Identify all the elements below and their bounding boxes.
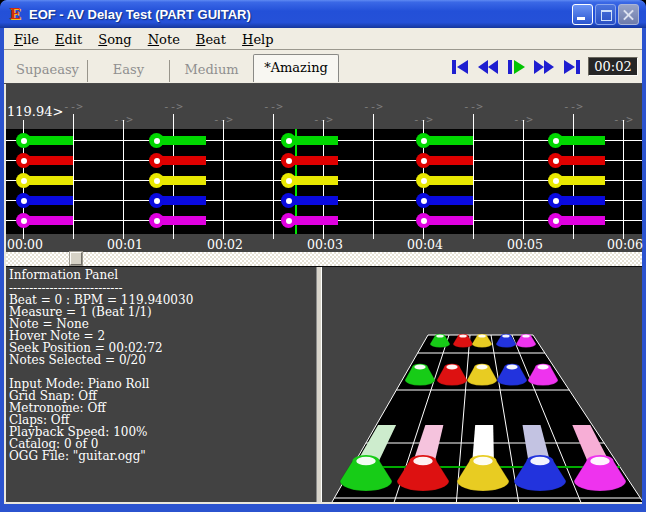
note-gem[interactable] (548, 133, 563, 148)
beat-tick (173, 234, 174, 239)
gem-highlight (502, 334, 509, 337)
note-gem[interactable] (548, 193, 563, 208)
transport-controls: 00:02 (448, 57, 638, 76)
beat-tick (623, 120, 624, 129)
note-gem[interactable] (149, 153, 164, 168)
beat-tick (23, 120, 24, 129)
window-edge-seam (4, 502, 642, 504)
horizontal-scrollbar[interactable] (6, 252, 642, 266)
note-gem[interactable] (281, 153, 296, 168)
gem-highlight (537, 365, 548, 370)
gem-highlight (530, 457, 549, 466)
note-gem[interactable] (149, 193, 164, 208)
gem-highlight (436, 334, 443, 337)
close-button[interactable] (618, 4, 639, 25)
beat-anchor-arrow: --> (156, 100, 190, 113)
menu-song[interactable]: Song (98, 30, 131, 48)
difficulty-tabs: Supaeasy Easy Medium *Amazing (8, 53, 339, 82)
window-title: EOF - AV Delay Test (PART GUITAR) (29, 7, 251, 22)
note-gem[interactable] (149, 173, 164, 188)
note-gem[interactable] (149, 133, 164, 148)
menu-note[interactable]: Note (148, 30, 180, 48)
menu-file[interactable]: File (14, 30, 39, 48)
menu-edit[interactable]: Edit (55, 30, 82, 48)
beat-line (623, 129, 624, 234)
beat-line (223, 129, 224, 234)
menu-beat[interactable]: Beat (196, 30, 226, 48)
gem-highlight (446, 365, 457, 370)
rewind-button[interactable] (476, 58, 499, 76)
beat-line (523, 129, 524, 234)
gem-highlight (476, 365, 487, 370)
fast-forward-button[interactable] (532, 58, 555, 76)
beat-tick (423, 120, 424, 129)
rewind-icon (477, 59, 499, 75)
tab-easy[interactable]: Easy (88, 60, 170, 82)
preview-3d-panel (322, 267, 642, 502)
info-panel-lines: ----------------------------Beat = 0 : B… (9, 282, 316, 462)
note-gem[interactable] (16, 213, 31, 228)
beat-tick (273, 234, 274, 239)
bottom-panels: Information Panel ----------------------… (6, 266, 642, 502)
beat-line (373, 129, 374, 234)
forward-to-end-icon (561, 59, 583, 75)
note-gem[interactable] (548, 173, 563, 188)
piano-roll-footer: 00:0000:0100:0200:0300:0400:0500:06 (6, 234, 642, 252)
note-gem[interactable] (16, 153, 31, 168)
caption-buttons (572, 4, 639, 25)
note-gem[interactable] (16, 193, 31, 208)
beat-tick (223, 120, 224, 129)
note-gem[interactable] (281, 193, 296, 208)
note-gem[interactable] (16, 133, 31, 148)
menu-help[interactable]: Help (242, 30, 274, 48)
beat-tick (323, 120, 324, 129)
piano-roll[interactable]: 119.94> -->-->-->-->-->-->-->-->-->-->--… (6, 84, 642, 252)
gem-highlight (413, 457, 432, 466)
timeline-timestamp: 00:03 (307, 237, 345, 252)
forward-to-end-button[interactable] (560, 58, 583, 76)
gem-highlight (414, 365, 425, 370)
info-line: Notes Selected = 0/20 (9, 354, 316, 366)
note-gem[interactable] (416, 173, 431, 188)
note-gem[interactable] (416, 133, 431, 148)
piano-roll-track[interactable] (6, 129, 642, 234)
tab-supaeasy[interactable]: Supaeasy (8, 60, 88, 82)
info-panel-title: Information Panel (9, 269, 316, 281)
beat-tick (173, 114, 174, 129)
note-gem[interactable] (548, 213, 563, 228)
note-gem[interactable] (281, 213, 296, 228)
note-gem[interactable] (548, 153, 563, 168)
note-gem[interactable] (281, 133, 296, 148)
note-gem[interactable] (149, 213, 164, 228)
maximize-button[interactable] (595, 4, 616, 25)
minimize-button[interactable] (572, 4, 593, 25)
tab-medium[interactable]: Medium (170, 60, 253, 82)
gem-highlight (522, 334, 529, 337)
note-gem[interactable] (416, 153, 431, 168)
beat-line (73, 129, 74, 234)
gem-highlight (473, 457, 492, 466)
beat-tick (473, 114, 474, 129)
note-gem[interactable] (416, 193, 431, 208)
note-gem[interactable] (416, 213, 431, 228)
fast-forward-icon (533, 59, 555, 75)
tab-amazing[interactable]: *Amazing (253, 54, 339, 82)
beat-tick (523, 120, 524, 129)
rewind-to-start-button[interactable] (448, 58, 471, 76)
beat-tick (473, 234, 474, 239)
beat-line (123, 129, 124, 234)
information-panel: Information Panel ----------------------… (6, 267, 316, 502)
info-line: OGG File: "guitar.ogg" (9, 450, 316, 462)
play-button[interactable] (504, 58, 527, 76)
beat-anchor-arrow: --> (256, 100, 290, 113)
piano-roll-header: 119.94> -->-->-->-->-->-->-->-->-->-->--… (6, 84, 642, 129)
note-gem[interactable] (281, 173, 296, 188)
title-bar: E EOF - AV Delay Test (PART GUITAR) (0, 0, 646, 28)
toolbar: Supaeasy Easy Medium *Amazing (4, 50, 642, 84)
beat-tick (73, 234, 74, 239)
fretboard-preview (322, 267, 642, 502)
scrollbar-thumb[interactable] (70, 252, 82, 265)
beat-tick (373, 234, 374, 239)
beat-anchor-arrow: --> (356, 100, 390, 113)
note-gem[interactable] (16, 173, 31, 188)
